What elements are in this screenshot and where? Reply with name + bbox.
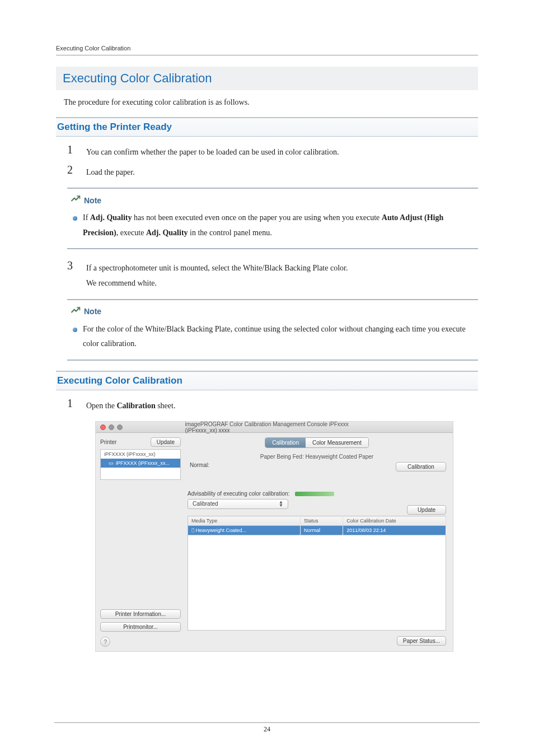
bullet-icon <box>73 328 77 332</box>
table-row[interactable]: ⌷ Heavyweight Coated... Normal 2011/08/0… <box>188 526 446 535</box>
advisability-label: Advisability of executing color calibrat… <box>188 491 289 497</box>
note-bullet: If Adj. Quality has not been executed ev… <box>73 211 478 240</box>
cell-date: 2011/08/03 22:14 <box>343 526 446 535</box>
page: Executing Color Calibration Executing Co… <box>0 0 534 756</box>
window-title: imagePROGRAF Color Calibration Managemen… <box>185 421 364 433</box>
section-heading-getting-ready: Getting the Printer Ready <box>56 117 478 137</box>
steps-list-1b: 3 If a spectrophotometer unit is mounted… <box>67 259 478 291</box>
window-titlebar: imagePROGRAF Color Calibration Managemen… <box>96 422 453 433</box>
note-text: For the color of the White/Black Backing… <box>83 322 478 352</box>
printer-label: Printer <box>100 439 116 445</box>
page-header: Executing Color Calibration <box>56 45 478 55</box>
note-label: Note <box>84 307 101 316</box>
cell-status: Normal <box>301 526 343 535</box>
combobox-arrows-icon: ▲▼ <box>279 501 283 507</box>
normal-label: Normal: <box>190 462 391 468</box>
col-calibration-date[interactable]: Color Calibration Date <box>343 516 446 526</box>
page-number: 24 <box>54 722 480 734</box>
step-1b: 1 Open the Calibration sheet. <box>67 397 478 414</box>
step-text: You can confirm whether the paper to be … <box>86 143 478 160</box>
step-number: 1 <box>67 397 77 414</box>
minimize-window-button[interactable] <box>109 424 114 430</box>
roll-icon: ⌷ <box>191 528 194 533</box>
bullet-icon <box>73 216 77 221</box>
app-window: imagePROGRAF Color Calibration Managemen… <box>95 421 453 652</box>
note-text: If Adj. Quality has not been executed ev… <box>83 211 478 240</box>
close-window-button[interactable] <box>100 424 106 430</box>
tabs: Calibration Color Measurement <box>188 437 446 448</box>
traffic-lights <box>100 424 123 430</box>
paper-status-button[interactable]: Paper Status... <box>397 636 446 646</box>
section-heading-executing: Executing Color Calibration <box>56 371 478 390</box>
printer-icon: ▭ <box>109 460 114 466</box>
right-panel: Calibration Color Measurement Paper Bein… <box>185 433 453 651</box>
advisability-bar <box>295 492 334 496</box>
printer-list-item[interactable]: iPFXXXX (iPFxxxx_xx) <box>101 450 180 459</box>
media-table: Media Type Status Color Calibration Date… <box>188 516 446 535</box>
note-icon <box>71 194 81 206</box>
step-text: If a spectrophotometer unit is mounted, … <box>86 259 478 291</box>
calibration-button[interactable]: Calibration <box>396 462 446 472</box>
page-title: Executing Color Calibration <box>56 67 478 90</box>
table-header-row: Media Type Status Color Calibration Date <box>188 516 446 526</box>
col-media-type[interactable]: Media Type <box>188 516 301 526</box>
printer-list[interactable]: iPFXXXX (iPFxxxx_xx) ▭ iPFXXXX (iPFxxxx_… <box>100 449 181 480</box>
status-combobox[interactable]: Calibrated ▲▼ <box>188 499 288 508</box>
zoom-window-button[interactable] <box>117 424 123 430</box>
step-1: 1 You can confirm whether the paper to b… <box>67 143 478 160</box>
step-3: 3 If a spectrophotometer unit is mounted… <box>67 259 478 291</box>
paper-being-fed-label: Paper Being Fed: Heavyweight Coated Pape… <box>188 454 446 460</box>
update-list-button[interactable]: Update <box>407 505 446 515</box>
left-sidebar: Printer Update iPFXXXX (iPFxxxx_xx) ▭ iP… <box>96 433 185 651</box>
step-number: 1 <box>67 143 77 160</box>
note-box-1: Note If Adj. Quality has not been execut… <box>67 188 478 249</box>
printer-list-item-selected[interactable]: ▭ iPFXXXX (iPFxxxx_xx... <box>101 459 180 468</box>
step-text: Open the Calibration sheet. <box>86 397 478 414</box>
table-empty-area <box>188 535 446 631</box>
combobox-value: Calibrated <box>193 501 218 507</box>
segmented-control: Calibration Color Measurement <box>265 437 369 448</box>
steps-list-1: 1 You can confirm whether the paper to b… <box>67 143 478 180</box>
window-body: Printer Update iPFXXXX (iPFxxxx_xx) ▭ iP… <box>96 433 453 651</box>
step-number: 2 <box>67 164 77 180</box>
note-heading: Note <box>71 306 478 318</box>
help-button[interactable]: ? <box>100 637 110 647</box>
col-status[interactable]: Status <box>301 516 343 526</box>
step-text: Load the paper. <box>86 164 478 180</box>
step-number: 3 <box>67 259 77 291</box>
note-box-2: Note For the color of the White/Black Ba… <box>67 299 478 361</box>
note-icon <box>71 306 81 318</box>
tab-calibration[interactable]: Calibration <box>265 438 306 447</box>
intro-text: The procedure for executing color calibr… <box>64 98 478 107</box>
cell-media: ⌷ Heavyweight Coated... <box>188 526 301 535</box>
tab-color-measurement[interactable]: Color Measurement <box>306 438 368 447</box>
update-button[interactable]: Update <box>151 437 181 447</box>
note-label: Note <box>84 196 101 205</box>
step-2: 2 Load the paper. <box>67 164 478 180</box>
note-heading: Note <box>71 194 478 206</box>
note-bullet: For the color of the White/Black Backing… <box>73 322 478 352</box>
steps-list-2: 1 Open the Calibration sheet. <box>67 397 478 414</box>
printer-information-button[interactable]: Printer Information... <box>100 609 181 619</box>
media-table-container: Media Type Status Color Calibration Date… <box>188 515 446 631</box>
printmonitor-button[interactable]: Printmonitor... <box>100 622 181 632</box>
